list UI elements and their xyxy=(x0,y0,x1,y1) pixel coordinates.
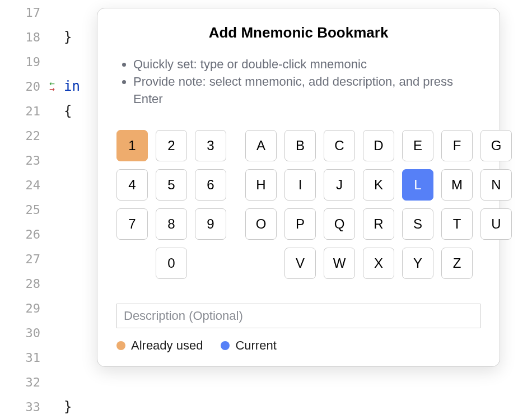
mnemonic-key-grid: 1234567890 ABCDEFGHIJKLMNOPQRSTUVWXYZ xyxy=(116,130,480,279)
letter-keys: ABCDEFGHIJKLMNOPQRSTUVWXYZ xyxy=(245,130,512,279)
line-number: 21 xyxy=(0,99,56,123)
mnemonic-key-E[interactable]: E xyxy=(402,130,433,161)
legend-current: Current xyxy=(221,338,276,353)
mnemonic-key-H[interactable]: H xyxy=(245,169,277,201)
mnemonic-key-G[interactable]: G xyxy=(480,130,512,161)
dot-icon xyxy=(116,341,125,350)
mnemonic-key-9[interactable]: 9 xyxy=(195,208,226,240)
mnemonic-key-A[interactable]: A xyxy=(245,130,277,161)
mnemonic-key-T[interactable]: T xyxy=(441,208,473,240)
line-number: 19 xyxy=(0,49,56,74)
legend: Already used Current xyxy=(116,338,480,353)
mnemonic-key-1[interactable]: 1 xyxy=(116,130,148,161)
mnemonic-key-X[interactable]: X xyxy=(363,248,394,279)
mnemonic-key-8[interactable]: 8 xyxy=(156,208,187,240)
mnemonic-key-W[interactable]: W xyxy=(324,248,355,279)
mnemonic-key-Y[interactable]: Y xyxy=(402,248,433,279)
popup-title: Add Mnemonic Bookmark xyxy=(116,24,480,41)
mnemonic-key-4[interactable]: 4 xyxy=(116,169,148,201)
mnemonic-bookmark-popup: Add Mnemonic Bookmark Quickly set: type … xyxy=(97,8,500,367)
mnemonic-key-J[interactable]: J xyxy=(324,169,355,201)
mnemonic-key-L[interactable]: L xyxy=(402,169,433,201)
line-number: 31 xyxy=(0,345,56,370)
number-keys: 1234567890 xyxy=(116,130,226,279)
hint-list: Quickly set: type or double-click mnemon… xyxy=(121,56,480,108)
line-gutter: 17181920←→21222324252627282930313233 xyxy=(0,0,56,419)
line-number: 26 xyxy=(0,222,56,246)
mnemonic-key-U[interactable]: U xyxy=(480,208,512,240)
mnemonic-key-3[interactable]: 3 xyxy=(195,130,226,161)
mnemonic-key-I[interactable]: I xyxy=(284,169,316,201)
mnemonic-key-P[interactable]: P xyxy=(284,208,316,240)
mnemonic-key-O[interactable]: O xyxy=(245,208,277,240)
line-number: 27 xyxy=(0,246,56,271)
mnemonic-key-7[interactable]: 7 xyxy=(116,208,148,240)
mnemonic-key-F[interactable]: F xyxy=(441,130,473,161)
line-number: 30 xyxy=(0,320,56,345)
mnemonic-key-6[interactable]: 6 xyxy=(195,169,226,201)
mnemonic-key-2[interactable]: 2 xyxy=(156,130,187,161)
line-number: 22 xyxy=(0,123,56,148)
mnemonic-key-0[interactable]: 0 xyxy=(156,248,187,279)
mnemonic-key-D[interactable]: D xyxy=(363,130,394,161)
code-line[interactable]: } xyxy=(56,394,532,419)
legend-label: Current xyxy=(235,338,276,353)
hint-item: Quickly set: type or double-click mnemon… xyxy=(133,56,480,73)
line-number: 24 xyxy=(0,173,56,197)
line-number: 28 xyxy=(0,271,56,296)
mnemonic-key-K[interactable]: K xyxy=(363,169,394,201)
legend-label: Already used xyxy=(131,338,203,353)
mnemonic-key-Q[interactable]: Q xyxy=(324,208,355,240)
mnemonic-key-N[interactable]: N xyxy=(480,169,512,201)
line-number: 29 xyxy=(0,296,56,320)
mnemonic-key-V[interactable]: V xyxy=(284,248,316,279)
line-number: 23 xyxy=(0,148,56,173)
mnemonic-key-S[interactable]: S xyxy=(402,208,433,240)
dot-icon xyxy=(221,341,230,350)
mnemonic-key-Z[interactable]: Z xyxy=(441,248,473,279)
line-number: 33 xyxy=(0,394,56,419)
mnemonic-key-M[interactable]: M xyxy=(441,169,473,201)
mnemonic-key-5[interactable]: 5 xyxy=(156,169,187,201)
mnemonic-key-C[interactable]: C xyxy=(324,130,355,161)
description-input[interactable] xyxy=(116,304,480,328)
line-number: 32 xyxy=(0,370,56,394)
code-line[interactable] xyxy=(56,370,532,394)
mnemonic-key-R[interactable]: R xyxy=(363,208,394,240)
mnemonic-key-B[interactable]: B xyxy=(284,130,316,161)
line-number: 20←→ xyxy=(0,74,56,99)
diff-arrows-icon: ←→ xyxy=(49,81,55,92)
hint-item: Provide note: select mnemonic, add descr… xyxy=(133,73,480,108)
line-number: 18 xyxy=(0,25,56,49)
line-number: 25 xyxy=(0,197,56,222)
legend-already-used: Already used xyxy=(116,338,203,353)
line-number: 17 xyxy=(0,0,56,25)
